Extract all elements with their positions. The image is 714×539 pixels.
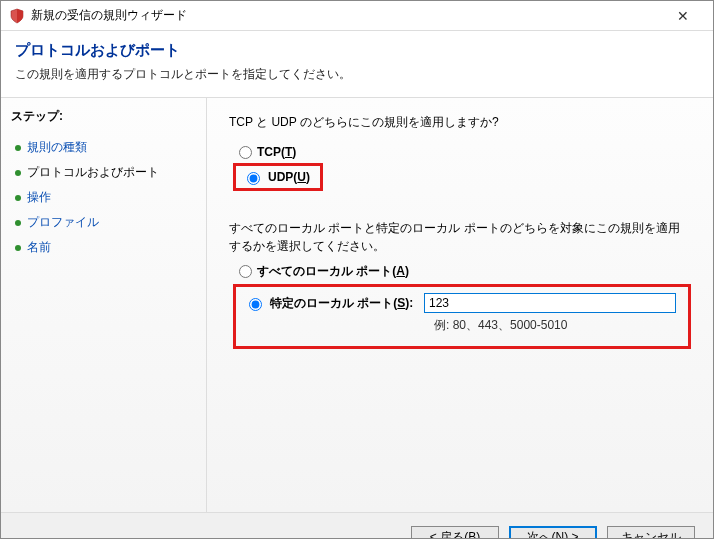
step-action[interactable]: 操作: [11, 185, 196, 210]
all-ports-label: すべてのローカル ポート(A): [257, 263, 409, 280]
bullet-icon: [15, 170, 21, 176]
bullet-icon: [15, 245, 21, 251]
step-rule-type[interactable]: 規則の種類: [11, 135, 196, 160]
page-title: プロトコルおよびポート: [15, 41, 699, 60]
udp-radio[interactable]: [247, 172, 260, 185]
step-protocol-ports[interactable]: プロトコルおよびポート: [11, 160, 196, 185]
step-label: プロファイル: [27, 214, 99, 231]
tcp-radio[interactable]: [239, 146, 252, 159]
next-button[interactable]: 次へ(N) >: [509, 526, 597, 540]
step-label: プロトコルおよびポート: [27, 164, 159, 181]
close-icon: ✕: [677, 8, 689, 24]
specific-ports-radio[interactable]: [249, 298, 262, 311]
cancel-button[interactable]: キャンセル: [607, 526, 695, 540]
bullet-icon: [15, 195, 21, 201]
titlebar: 新規の受信の規則ウィザード ✕: [1, 1, 713, 31]
specific-ports-radio-row[interactable]: 特定のローカル ポート(S):: [244, 295, 414, 312]
step-label: 規則の種類: [27, 139, 87, 156]
button-bar: < 戻る(B) 次へ(N) > キャンセル: [1, 512, 713, 539]
back-button[interactable]: < 戻る(B): [411, 526, 499, 540]
shield-icon: [9, 8, 25, 24]
specific-ports-row: 特定のローカル ポート(S):: [244, 293, 676, 313]
steps-sidebar: ステップ: 規則の種類 プロトコルおよびポート 操作 プロファイル 名前: [1, 98, 207, 512]
port-scope-question: すべてのローカル ポートと特定のローカル ポートのどちらを対象にこの規則を適用す…: [229, 219, 691, 255]
all-ports-radio-row[interactable]: すべてのローカル ポート(A): [239, 263, 691, 280]
protocol-question: TCP と UDP のどちらにこの規則を適用しますか?: [229, 114, 691, 131]
step-label: 名前: [27, 239, 51, 256]
wizard-header: プロトコルおよびポート この規則を適用するプロトコルとポートを指定してください。: [1, 31, 713, 98]
steps-heading: ステップ:: [11, 108, 196, 125]
specific-ports-highlight: 特定のローカル ポート(S): 例: 80、443、5000-5010: [233, 284, 691, 349]
port-input[interactable]: [424, 293, 676, 313]
step-label: 操作: [27, 189, 51, 206]
window-title: 新規の受信の規則ウィザード: [31, 7, 661, 24]
bullet-icon: [15, 220, 21, 226]
wizard-body: ステップ: 規則の種類 プロトコルおよびポート 操作 プロファイル 名前 TCP…: [1, 98, 713, 512]
tcp-radio-row[interactable]: TCP(T): [239, 145, 691, 159]
step-name[interactable]: 名前: [11, 235, 196, 260]
udp-label: UDP(U): [268, 170, 310, 184]
wizard-content: TCP と UDP のどちらにこの規則を適用しますか? TCP(T) UDP(U…: [207, 98, 713, 512]
port-scope-section: すべてのローカル ポートと特定のローカル ポートのどちらを対象にこの規則を適用す…: [229, 219, 691, 349]
port-example-text: 例: 80、443、5000-5010: [434, 317, 676, 334]
tcp-label: TCP(T): [257, 145, 296, 159]
step-profile[interactable]: プロファイル: [11, 210, 196, 235]
bullet-icon: [15, 145, 21, 151]
udp-highlight: UDP(U): [233, 163, 323, 191]
all-ports-radio[interactable]: [239, 265, 252, 278]
specific-ports-label: 特定のローカル ポート(S):: [270, 295, 413, 312]
page-subtitle: この規則を適用するプロトコルとポートを指定してください。: [15, 66, 699, 83]
close-button[interactable]: ✕: [661, 1, 705, 30]
